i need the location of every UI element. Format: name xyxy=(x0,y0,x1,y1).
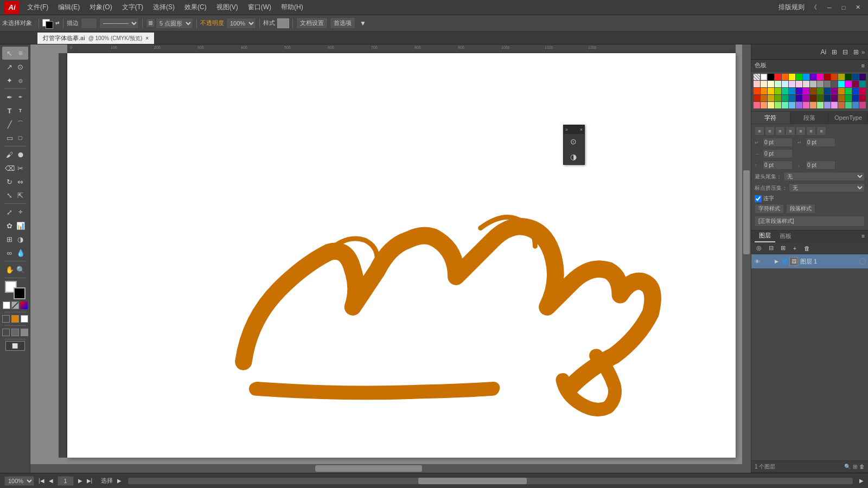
opacity-select[interactable]: 100% xyxy=(226,18,256,29)
r11-swatch[interactable] xyxy=(824,88,831,94)
locate-layer-btn[interactable]: ◎ xyxy=(754,243,764,253)
red-swatch[interactable] xyxy=(775,74,781,80)
close-button[interactable]: ✕ xyxy=(852,3,864,12)
e7-swatch[interactable] xyxy=(796,102,802,108)
type-tool-btn[interactable]: T T xyxy=(2,104,28,117)
eraser-tool-btn[interactable]: ⌫ ✂ xyxy=(2,162,28,175)
punct-select[interactable]: 无 xyxy=(789,183,865,192)
space-before-input[interactable] xyxy=(763,160,793,170)
d1-swatch[interactable] xyxy=(754,95,760,101)
ltred-swatch[interactable] xyxy=(754,81,760,87)
new-sublayer-btn[interactable]: ⊞ xyxy=(777,243,788,253)
nav-prev-icon[interactable]: ◀ xyxy=(49,478,53,484)
e16-swatch[interactable] xyxy=(859,102,866,108)
layers-tab[interactable]: 图层 xyxy=(755,230,775,242)
d4-swatch[interactable] xyxy=(775,95,781,101)
magenta-swatch[interactable] xyxy=(845,81,852,87)
panel-header-icon-3[interactable]: ⊟ xyxy=(840,47,851,57)
e11-swatch[interactable] xyxy=(824,102,831,108)
orange-swatch[interactable] xyxy=(782,74,788,80)
ltgreen-swatch[interactable] xyxy=(775,81,781,87)
yellow-swatch[interactable] xyxy=(789,74,795,80)
brush-tool-btn[interactable]: 🖌 ⬤ xyxy=(2,148,28,161)
draw-behind-icon[interactable] xyxy=(11,329,19,336)
zoom-select[interactable]: 100% xyxy=(4,476,34,486)
d15-swatch[interactable] xyxy=(852,95,859,101)
r8-swatch[interactable] xyxy=(803,88,809,94)
nav-first-icon[interactable]: |◀ xyxy=(39,478,44,484)
direct-select-tool-btn[interactable]: ↗ ⊙ xyxy=(2,60,28,73)
line-tool-btn[interactable]: ╱ ⌒ xyxy=(2,118,28,131)
magic-wand-tool-btn[interactable]: ✦ ⌾ xyxy=(2,74,28,87)
r9-swatch[interactable] xyxy=(810,88,816,94)
menu-item[interactable]: 选择(S) xyxy=(149,2,179,13)
layer-target-1[interactable] xyxy=(859,258,866,265)
d8-swatch[interactable] xyxy=(803,95,809,101)
layers-footer-icon-2[interactable]: ⊞ xyxy=(853,464,857,470)
hand-tool-btn[interactable]: ✋ 🔍 xyxy=(2,263,28,276)
menu-item[interactable]: 文件(F) xyxy=(23,2,53,13)
pen-tool-btn[interactable]: ✒ ✒ xyxy=(2,91,28,104)
ltyellow-swatch[interactable] xyxy=(768,81,774,87)
para-style-btn[interactable]: 段落样式 xyxy=(786,204,815,214)
scale-tool-btn[interactable]: ⤡ ⇱ xyxy=(2,189,28,202)
align-left-btn[interactable]: ≡ xyxy=(755,126,764,136)
vertical-scroll-thumb[interactable] xyxy=(743,170,750,254)
r15-swatch[interactable] xyxy=(852,88,859,94)
maroon-swatch[interactable] xyxy=(852,81,859,87)
fill-icon[interactable] xyxy=(3,301,10,309)
layer-expand-1[interactable]: ▶ xyxy=(773,258,780,265)
opentype-tab[interactable]: OpenType xyxy=(829,112,868,124)
r10-swatch[interactable] xyxy=(817,88,824,94)
e8-swatch[interactable] xyxy=(803,102,809,108)
d2-swatch[interactable] xyxy=(761,95,767,101)
collapse-panel-icon[interactable]: 《 xyxy=(811,3,817,11)
preferences-button[interactable]: 首选项 xyxy=(330,17,355,29)
pink-swatch[interactable] xyxy=(817,74,824,80)
char-style-btn[interactable]: 字符样式 xyxy=(755,204,784,214)
e6-swatch[interactable] xyxy=(789,102,795,108)
ltpurple-swatch[interactable] xyxy=(789,81,795,87)
more-options-icon[interactable]: ▼ xyxy=(360,20,366,27)
menu-item[interactable]: 文字(T) xyxy=(118,2,148,13)
stroke-profile-select[interactable]: ────── xyxy=(99,18,139,29)
orange-swatch-2[interactable] xyxy=(11,315,19,323)
r14-swatch[interactable] xyxy=(845,88,852,94)
delete-layer-btn[interactable]: 🗑 xyxy=(801,243,812,253)
vertical-scrollbar[interactable] xyxy=(742,44,751,464)
teal-swatch[interactable] xyxy=(859,81,866,87)
darkred-swatch[interactable] xyxy=(824,74,831,80)
gray-swatch[interactable] xyxy=(817,81,824,87)
free-transform-tool-btn[interactable]: ⤢ ✛ xyxy=(2,206,28,219)
first-line-indent-input[interactable] xyxy=(763,149,793,158)
status-arrow-icon[interactable]: ▶ xyxy=(117,478,122,484)
panel-header-icon-2[interactable]: ⊞ xyxy=(829,47,840,57)
floating-panel[interactable]: » × ⊙ ◑ xyxy=(563,125,585,165)
artboard-tab[interactable]: 画板 xyxy=(775,230,796,242)
ligature-checkbox[interactable] xyxy=(755,195,762,202)
status-right-arrow-icon[interactable]: ▶ xyxy=(859,478,864,484)
mesh-tool-btn[interactable]: ⊞ ◑ xyxy=(2,233,28,246)
doc-settings-button[interactable]: 文档设置 xyxy=(296,17,328,29)
darkblue-swatch[interactable] xyxy=(852,74,859,80)
burnt-swatch[interactable] xyxy=(831,74,838,80)
rotate-tool-btn[interactable]: ↻ ⇔ xyxy=(2,175,28,188)
white-swatch[interactable] xyxy=(21,315,28,323)
purple-swatch[interactable] xyxy=(810,74,816,80)
minimize-button[interactable]: ─ xyxy=(824,3,835,12)
bg-color-swatch[interactable] xyxy=(14,287,25,299)
cyan-swatch[interactable] xyxy=(838,81,845,87)
page-number-input[interactable] xyxy=(58,476,74,486)
r2-swatch[interactable] xyxy=(761,88,767,94)
orange-swatch-1[interactable] xyxy=(2,315,10,323)
nav-last-icon[interactable]: ▶| xyxy=(87,478,93,484)
float-panel-close-icon[interactable]: × xyxy=(580,127,583,132)
trash-icon[interactable]: 🗑 xyxy=(859,464,865,470)
e9-swatch[interactable] xyxy=(810,102,816,108)
r13-swatch[interactable] xyxy=(838,88,845,94)
black-swatch[interactable] xyxy=(768,74,774,80)
menu-item[interactable]: 视图(V) xyxy=(212,2,242,13)
align-right-btn[interactable]: ≡ xyxy=(775,126,785,136)
charcoal-swatch[interactable] xyxy=(831,81,838,87)
justify-center-btn[interactable]: ≡ xyxy=(806,126,816,136)
